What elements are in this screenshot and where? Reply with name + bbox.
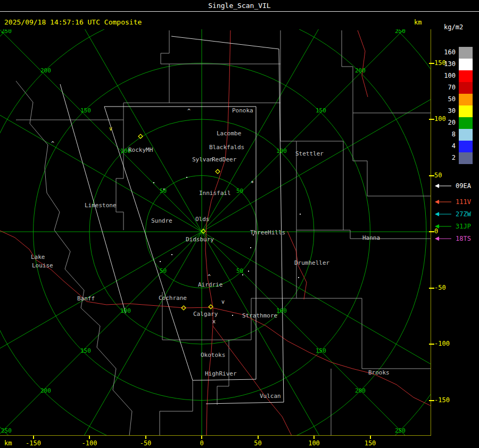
radial-line: [0, 29, 202, 232]
right-axis-tick: [429, 400, 434, 401]
bottom-axis-tick: [258, 436, 259, 439]
right-axis-unit-label: km: [414, 19, 422, 26]
highway-line: [358, 30, 368, 97]
city-label: Limestone: [85, 202, 117, 209]
range-ring-label: 100: [120, 307, 131, 314]
city-label: RockyMH: [128, 146, 153, 153]
range-ring-label: 50: [160, 267, 167, 274]
town-marker: [253, 234, 254, 235]
radar-canvas[interactable]: 2502001501005025020015010050501001502002…: [0, 29, 431, 436]
right-axis-tick: [429, 63, 434, 64]
glyph-marker: v: [221, 299, 225, 305]
range-ring-label: 150: [80, 347, 91, 354]
range-ring-label: 50: [160, 188, 167, 194]
town-marker: [298, 277, 299, 278]
right-axis-tick: [429, 119, 434, 120]
city-label: Lake: [31, 254, 45, 260]
county-boundary: [280, 103, 296, 230]
range-ring-label: 50: [236, 267, 243, 274]
range-ring-label: 200: [355, 387, 366, 394]
city-label: Lacombe: [217, 130, 241, 137]
bottom-axis-tick-label: -50: [136, 439, 155, 447]
radial-line: [202, 232, 431, 384]
city-label: Olds: [195, 216, 210, 223]
right-axis-tick: [429, 231, 434, 232]
town-marker: [153, 182, 154, 183]
range-ring-label: 200: [40, 387, 51, 394]
city-label: Innisfail: [199, 190, 231, 197]
radial-line: [50, 29, 202, 232]
town-marker: [160, 261, 161, 262]
city-label: RedDeer: [212, 156, 237, 163]
bottom-axis-tick-label: 150: [361, 439, 380, 447]
site-city-marker: [216, 169, 220, 174]
scan-coverage-outline: [171, 36, 284, 404]
city-label: Strathmore: [242, 312, 277, 319]
right-axis-tick-label: -50: [434, 284, 446, 291]
bottom-axis-tick: [370, 436, 371, 439]
city-label: Blackfalds: [209, 144, 244, 151]
city-label: Drumheller: [294, 259, 330, 266]
range-ring-label: 250: [1, 427, 12, 434]
city-label: Louise: [32, 262, 53, 269]
town-marker: [242, 274, 243, 275]
bottom-axis-tick: [33, 436, 34, 439]
right-axis-tick-label: -150: [434, 396, 450, 404]
range-ring-label: 200: [355, 67, 366, 74]
bottom-axis-tick-label: 0: [192, 439, 211, 447]
town-marker: [232, 315, 233, 316]
bottom-axis-tick-label: -150: [24, 439, 43, 447]
town-marker: [163, 189, 164, 190]
bottom-axis-tick-label: 100: [304, 439, 324, 447]
range-ring-label: 150: [316, 107, 326, 114]
right-axis-tick-label: 100: [434, 115, 446, 123]
city-label: Vulcan: [260, 393, 281, 400]
radar-map[interactable]: 2502001501005025020015010050501001502002…: [0, 29, 431, 436]
city-label: HighRiver: [205, 370, 237, 377]
right-axis-tick-label: 50: [434, 172, 442, 179]
bottom-axis-tick: [89, 436, 90, 439]
town-marker: [171, 254, 172, 255]
window-title: Single_Scan_VIL: [208, 2, 270, 10]
range-ring-label: 100: [276, 307, 287, 314]
town-marker: [300, 214, 301, 215]
radial-line: [0, 232, 202, 436]
radial-line: [50, 232, 202, 436]
range-ring-label: 200: [40, 67, 51, 74]
bottom-axis-tick: [313, 436, 315, 439]
glyph-marker: ^: [208, 274, 211, 280]
right-axis-tick-label: -100: [434, 340, 450, 347]
range-ring-label: 150: [316, 347, 326, 354]
city-label: Banff: [77, 295, 95, 302]
county-boundary: [160, 380, 193, 436]
city-label: ThreeHills: [250, 229, 285, 236]
range-ring-label: 100: [276, 148, 287, 154]
city-label: Airdrie: [198, 281, 222, 288]
glyph-marker: v: [109, 126, 112, 132]
range-ring-label: 250: [395, 427, 406, 434]
city-label: Brooks: [368, 369, 390, 376]
city-label: Sylvan: [192, 156, 213, 163]
right-axis-tick: [429, 175, 434, 176]
county-boundary: [16, 81, 48, 193]
city-label: Sundre: [151, 217, 172, 224]
city-label: Okotoks: [201, 352, 225, 359]
range-ring-label: 250: [1, 29, 12, 35]
county-boundary: [353, 113, 431, 196]
glyph-marker: x: [212, 319, 216, 324]
bottom-axis-tick-label: 50: [249, 439, 268, 447]
bottom-axis-tick-label: -100: [80, 439, 99, 447]
county-boundary: [116, 103, 123, 230]
city-label: Calgary: [193, 311, 218, 317]
right-axis-tick: [429, 344, 434, 345]
bottom-axis-tick: [145, 436, 146, 439]
town-marker: [250, 247, 251, 248]
bottom-axis: km -150-100-50050100150: [0, 436, 479, 448]
town-marker: [186, 177, 187, 178]
glyph-marker: ^: [187, 108, 191, 114]
city-label: Hanna: [362, 234, 380, 241]
city-label: Ponoka: [232, 107, 253, 114]
city-label: Cochrane: [159, 295, 187, 302]
city-label: Stettler: [295, 150, 324, 157]
glyph-marker: *: [251, 180, 254, 186]
